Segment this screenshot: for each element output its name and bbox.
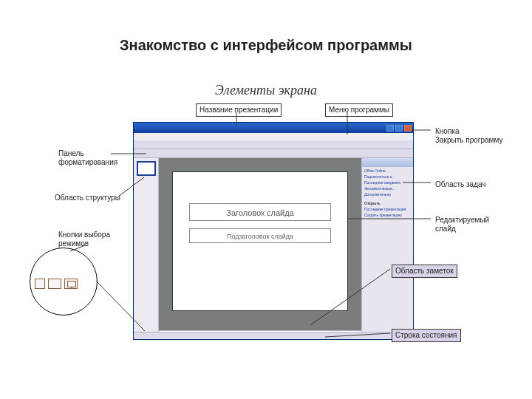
leader-lines bbox=[30, 103, 510, 369]
interface-diagram: Заголовок слайда Подзаголовок слайда Off… bbox=[30, 103, 510, 384]
page-title: Знакомство с интерфейсом программы bbox=[0, 37, 532, 54]
diagram-subtitle: Элементы экрана bbox=[0, 83, 532, 98]
